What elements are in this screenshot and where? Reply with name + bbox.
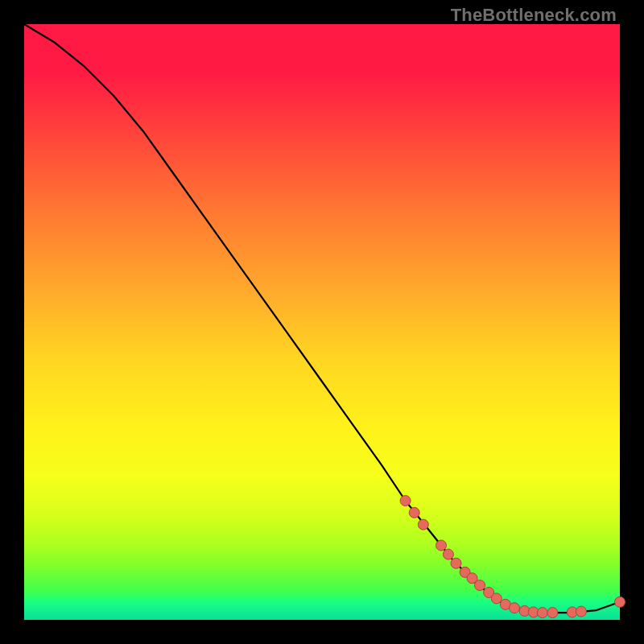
- scatter-dots: [400, 496, 625, 618]
- scatter-dot: [547, 608, 558, 618]
- scatter-dot: [443, 549, 453, 559]
- chart-frame: TheBottleneck.com: [0, 0, 644, 644]
- scatter-dot: [615, 597, 625, 607]
- watermark-text: TheBottleneck.com: [451, 5, 617, 26]
- scatter-dot: [510, 603, 520, 613]
- scatter-dot: [451, 558, 461, 568]
- scatter-dot: [537, 608, 547, 618]
- scatter-dot: [491, 593, 502, 604]
- chart-svg: [24, 24, 620, 620]
- scatter-dot: [400, 496, 411, 506]
- bottleneck-curve: [24, 24, 620, 613]
- scatter-dot: [576, 606, 586, 617]
- scatter-dot: [409, 507, 419, 518]
- scatter-dot: [475, 580, 485, 591]
- scatter-dot: [418, 519, 428, 530]
- scatter-dot: [436, 540, 447, 551]
- plot-area: [24, 24, 620, 620]
